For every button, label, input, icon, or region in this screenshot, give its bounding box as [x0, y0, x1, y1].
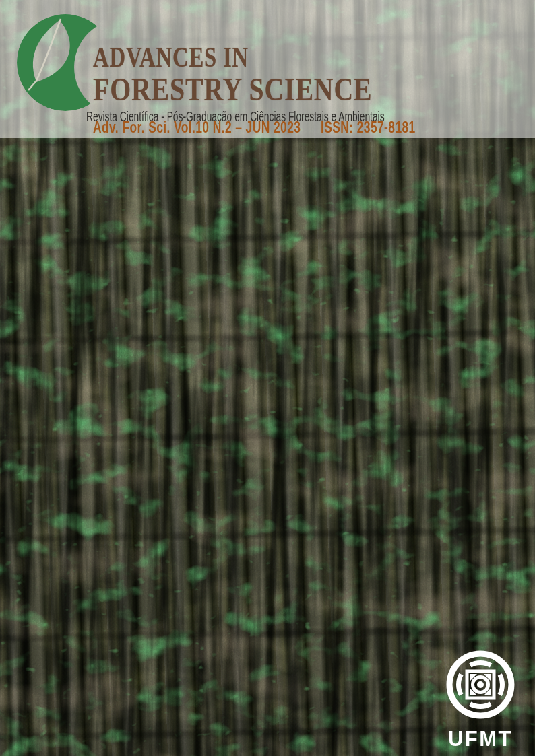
- journal-title-line1: ADVANCES IN: [93, 43, 424, 71]
- issn-number: ISSN: 2357-8181: [321, 118, 416, 136]
- edition-line: Adv. For. Sci. Vol.10 N.2 – JUN 2023 ISS…: [93, 118, 416, 137]
- journal-titles: ADVANCES IN FORESTRY SCIENCE Revista Cie…: [93, 43, 518, 125]
- edition-citation: Adv. For. Sci. Vol.10 N.2 – JUN 2023: [93, 118, 301, 136]
- publisher-name: UFMT: [440, 728, 521, 749]
- journal-title: ADVANCES IN FORESTRY SCIENCE: [93, 43, 518, 106]
- publisher-mark: UFMT: [440, 648, 521, 749]
- masthead: ADVANCES IN FORESTRY SCIENCE Revista Cie…: [0, 0, 535, 138]
- ufmt-emblem-icon: [443, 648, 517, 722]
- journal-cover: ADVANCES IN FORESTRY SCIENCE Revista Cie…: [0, 0, 535, 756]
- journal-title-line2: FORESTRY SCIENCE: [93, 73, 446, 106]
- ufmt-center-dot: [477, 681, 484, 688]
